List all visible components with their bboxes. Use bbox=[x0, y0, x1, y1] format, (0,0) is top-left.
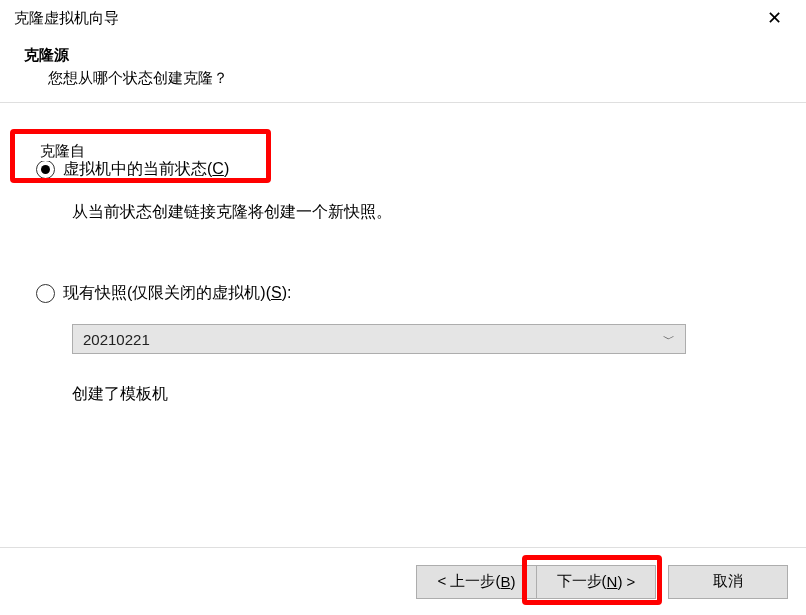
clone-from-fieldset: 克隆自 虚拟机中的当前状态(C) 从当前状态创建链接克隆将创建一个新快照。 现有… bbox=[26, 153, 780, 405]
wizard-content: 克隆自 虚拟机中的当前状态(C) 从当前状态创建链接克隆将创建一个新快照。 现有… bbox=[0, 103, 806, 425]
back-button[interactable]: < 上一步(B) bbox=[416, 565, 536, 599]
option-snapshot-label: 现有快照(仅限关闭的虚拟机)(S): bbox=[63, 283, 291, 304]
snapshot-dropdown[interactable]: 20210221 ﹀ bbox=[72, 324, 686, 354]
wizard-footer: < 上一步(B) 下一步(N) > 取消 bbox=[0, 547, 806, 615]
next-button[interactable]: 下一步(N) > bbox=[536, 565, 656, 599]
close-button[interactable]: ✕ bbox=[752, 3, 796, 33]
radio-icon bbox=[36, 160, 55, 179]
option-current-state-container: 虚拟机中的当前状态(C) 从当前状态创建链接克隆将创建一个新快照。 bbox=[26, 153, 780, 223]
wizard-header: 克隆源 您想从哪个状态创建克隆？ bbox=[0, 36, 806, 103]
radio-icon bbox=[36, 284, 55, 303]
option-existing-snapshot[interactable]: 现有快照(仅限关闭的虚拟机)(S): bbox=[36, 277, 780, 310]
chevron-down-icon: ﹀ bbox=[663, 331, 675, 348]
radio-selected-dot bbox=[41, 165, 50, 174]
snapshot-description: 创建了模板机 bbox=[72, 384, 780, 405]
option-current-description: 从当前状态创建链接克隆将创建一个新快照。 bbox=[36, 202, 780, 223]
dropdown-value: 20210221 bbox=[83, 331, 150, 348]
option-snapshot-container: 现有快照(仅限关闭的虚拟机)(S): 20210221 ﹀ 创建了模板机 bbox=[26, 277, 780, 405]
fieldset-legend: 克隆自 bbox=[36, 142, 89, 161]
option-current-label: 虚拟机中的当前状态(C) bbox=[63, 159, 229, 180]
option-current-state[interactable]: 虚拟机中的当前状态(C) bbox=[36, 153, 780, 186]
cancel-button[interactable]: 取消 bbox=[668, 565, 788, 599]
close-icon: ✕ bbox=[767, 9, 782, 27]
titlebar: 克隆虚拟机向导 ✕ bbox=[0, 0, 806, 36]
header-title: 克隆源 bbox=[24, 46, 782, 65]
window-title: 克隆虚拟机向导 bbox=[14, 9, 119, 28]
header-subtitle: 您想从哪个状态创建克隆？ bbox=[24, 69, 782, 88]
